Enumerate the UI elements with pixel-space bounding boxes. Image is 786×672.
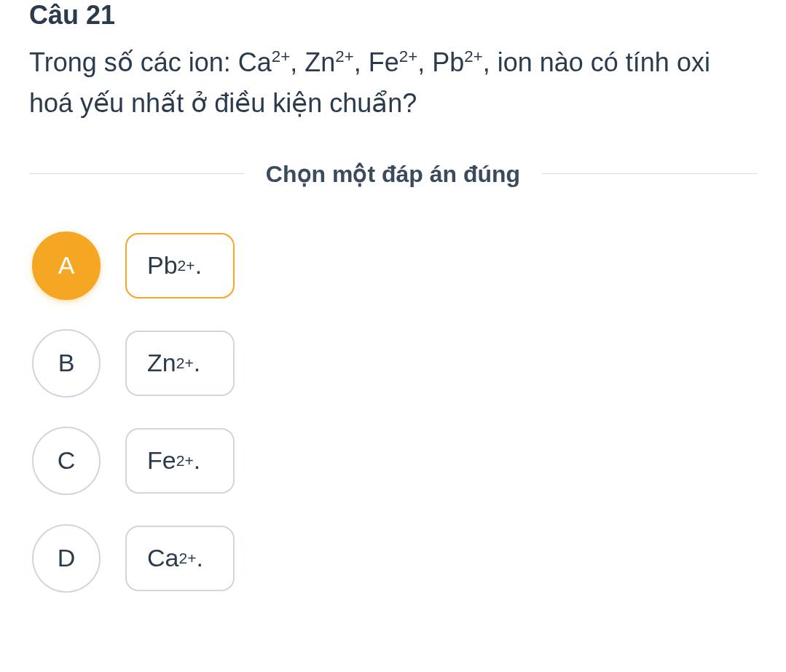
option-box-d[interactable]: Ca2+.	[125, 526, 235, 591]
divider-line-right	[542, 173, 757, 174]
option-letter-b[interactable]: B	[32, 329, 101, 398]
question-number: Câu 21	[29, 0, 757, 31]
instruction-divider: Chọn một đáp án đúng	[29, 160, 757, 188]
option-box-b[interactable]: Zn2+.	[125, 331, 235, 396]
option-box-a[interactable]: Pb2+.	[125, 233, 235, 299]
question-text: Trong số các ion: Ca2+, Zn2+, Fe2+, Pb2+…	[29, 42, 757, 124]
options-list: A Pb2+. B Zn2+. C Fe2+. D Ca2+.	[32, 232, 757, 593]
option-d[interactable]: D Ca2+.	[32, 524, 757, 593]
option-letter-c[interactable]: C	[32, 427, 101, 495]
option-letter-d[interactable]: D	[32, 524, 101, 593]
instruction-text: Chọn một đáp án đúng	[244, 160, 542, 188]
option-letter-a[interactable]: A	[32, 232, 101, 300]
option-a[interactable]: A Pb2+.	[32, 232, 757, 300]
divider-line-left	[29, 173, 244, 174]
option-b[interactable]: B Zn2+.	[32, 329, 757, 398]
option-box-c[interactable]: Fe2+.	[125, 428, 235, 494]
option-c[interactable]: C Fe2+.	[32, 427, 757, 495]
